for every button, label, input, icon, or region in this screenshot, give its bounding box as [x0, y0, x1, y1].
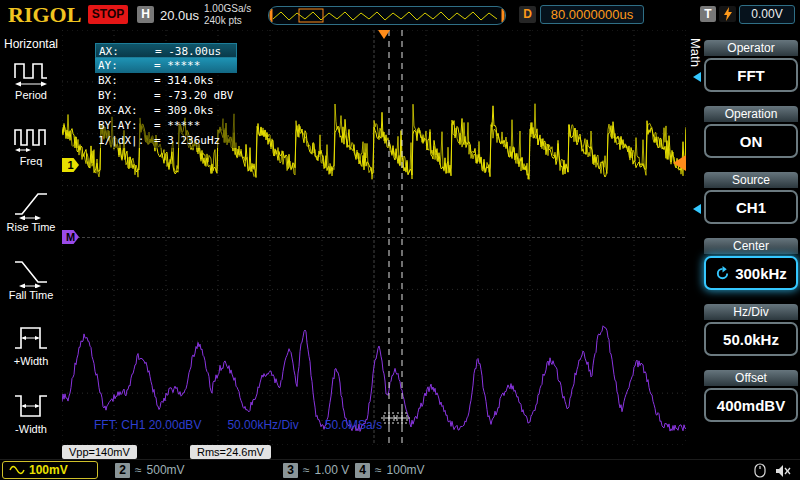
measure-item-label: Period	[0, 89, 62, 101]
cursor-row-by-ay: BY-AY: = *****	[95, 118, 237, 133]
menu-item-value: 300kHz	[735, 265, 787, 282]
ac-coupling-icon	[9, 465, 25, 475]
freq-icon	[12, 122, 50, 154]
horizontal-scale: 20.0us	[160, 8, 199, 23]
cursor-value: = 314.0ks	[154, 73, 214, 88]
measure-item-period[interactable]: Period	[0, 56, 62, 101]
measure-item-label: -Width	[0, 423, 62, 435]
cursor-label: AY:	[98, 58, 154, 73]
menu-item-hz-per-div[interactable]: Hz/Div 50.0kHz	[704, 304, 798, 356]
channel-1-scale: 100mV	[29, 463, 68, 477]
cursor-row-inv-dx: 1/|dX|: = 3.236uHz	[95, 133, 237, 148]
menu-item-label: Operation	[704, 106, 798, 122]
cursor-row-ax: AX: = -38.00us	[95, 43, 237, 58]
run-state-badge: STOP	[88, 5, 128, 24]
trigger-position-marker[interactable]	[378, 30, 390, 39]
rise-time-icon	[12, 188, 50, 220]
channel-2-status[interactable]: 2 ≈ 500mV	[115, 461, 185, 479]
preview-waveform-icon	[269, 7, 505, 24]
waveform-preview-strip	[268, 6, 506, 25]
trigger-level-value: 0.00V	[739, 5, 795, 24]
menu-item-label: Hz/Div	[704, 304, 798, 320]
trigger-slope-icon	[719, 6, 736, 22]
measure-item-label: Fall Time	[0, 289, 62, 301]
channel-2-number: 2	[115, 463, 130, 478]
cursor-value: = *****	[154, 58, 200, 73]
menu-tab-math: Math	[688, 38, 703, 67]
measure-item-label: Rise Time	[0, 221, 62, 233]
fft-source-scale: FFT: CH1 20.00dBV	[94, 418, 201, 432]
measure-item-minus-width[interactable]: -Width	[0, 390, 62, 435]
minus-width-icon	[12, 390, 50, 422]
menu-item-label: Source	[704, 172, 798, 188]
menu-item-value: CH1	[736, 199, 766, 216]
channel-3-number: 3	[283, 463, 298, 478]
cursor-value: = 3.236uHz	[154, 133, 220, 148]
channel-4-scale: 100mV	[387, 463, 425, 477]
cursor-label: BX:	[98, 73, 154, 88]
sample-rate: 1.00GSa/s	[204, 3, 251, 15]
channel-2-scale: 500mV	[147, 463, 185, 477]
fft-hz-per-div: 50.00kHz/Div	[227, 418, 298, 432]
left-measure-menu: Horizontal Period Freq Rise Time Fa	[0, 30, 62, 459]
menu-item-value-box[interactable]: CH1	[704, 190, 798, 224]
coupling-symbol: ≈	[375, 463, 382, 477]
channel-3-status[interactable]: 3 ≈ 1.00 V	[283, 461, 349, 479]
menu-item-operator[interactable]: Operator FFT	[704, 40, 798, 92]
menu-item-label: Operator	[704, 40, 798, 56]
channel-status-bar: 100mV 2 ≈ 500mV 3 ≈ 1.00 V 4 ≈ 100mV	[0, 459, 800, 480]
channel-1-status[interactable]: 100mV	[2, 461, 98, 479]
menu-item-value-box[interactable]: 50.0kHz	[704, 322, 798, 356]
usb-device-icon	[754, 463, 766, 478]
cursor-value: = -38.00us	[155, 44, 221, 57]
cursor-row-ay: AY: = *****	[95, 58, 237, 73]
menu-item-value-box[interactable]: 400mdBV	[704, 388, 798, 422]
measurement-results-bar: Vpp=140mV Rms=24.6mV	[62, 445, 686, 459]
memory-depth: 240k pts	[204, 15, 251, 27]
menu-item-label: Center	[704, 238, 798, 254]
knob-rotate-icon	[715, 266, 730, 281]
submenu-arrow-icon	[693, 72, 701, 82]
cursor-label: AX:	[99, 44, 155, 57]
speaker-mute-icon	[775, 464, 792, 478]
menu-item-value: 400mdBV	[717, 397, 785, 414]
plus-width-icon	[12, 322, 50, 354]
delay-tag: D	[519, 6, 536, 23]
measure-item-fall-time[interactable]: Fall Time	[0, 256, 62, 301]
math-soft-menu: Math Operator FFT Operation ON Source CH…	[686, 30, 800, 459]
menu-item-center[interactable]: Center 300kHz	[704, 238, 798, 290]
measure-item-plus-width[interactable]: +Width	[0, 322, 62, 367]
measure-item-freq[interactable]: Freq	[0, 122, 62, 167]
channel-3-scale: 1.00 V	[315, 463, 350, 477]
channel-4-number: 4	[355, 463, 370, 478]
cursor-value: = *****	[154, 118, 200, 133]
delay-value: 80.0000000us	[540, 5, 644, 24]
cursor-measurement-panel: AX: = -38.00us AY: = ***** BX: = 314.0ks…	[95, 43, 237, 148]
measure-item-rise-time[interactable]: Rise Time	[0, 188, 62, 233]
menu-item-value-box[interactable]: ON	[704, 124, 798, 158]
peripheral-icons	[754, 463, 792, 478]
cursor-row-bx-ax: BX-AX: = 309.0ks	[95, 103, 237, 118]
cursor-label: BY:	[98, 88, 154, 103]
menu-item-value: FFT	[737, 67, 765, 84]
submenu-arrow-icon	[693, 204, 701, 214]
menu-item-value: ON	[740, 133, 763, 150]
cursor-label: BX-AX:	[98, 103, 154, 118]
menu-item-value-box[interactable]: FFT	[704, 58, 798, 92]
scope-display: AX: = -38.00us AY: = ***** BX: = 314.0ks…	[62, 30, 686, 445]
fft-sample-rate: 50.0MSa/s	[325, 418, 382, 432]
menu-item-value-box[interactable]: 300kHz	[704, 256, 798, 290]
menu-item-source[interactable]: Source CH1	[704, 172, 798, 224]
measure-item-label: Freq	[0, 155, 62, 167]
fall-time-icon	[12, 256, 50, 288]
horizontal-tag: H	[137, 6, 154, 23]
menu-item-label: Offset	[704, 370, 798, 386]
menu-item-operation[interactable]: Operation ON	[704, 106, 798, 158]
vpp-measurement: Vpp=140mV	[62, 445, 137, 459]
cursor-row-bx: BX: = 314.0ks	[95, 73, 237, 88]
rms-measurement: Rms=24.6mV	[190, 445, 271, 459]
cursor-label: BY-AY:	[98, 118, 154, 133]
cursor-value: = -73.20 dBV	[154, 88, 233, 103]
menu-item-offset[interactable]: Offset 400mdBV	[704, 370, 798, 422]
channel-4-status[interactable]: 4 ≈ 100mV	[355, 461, 425, 479]
